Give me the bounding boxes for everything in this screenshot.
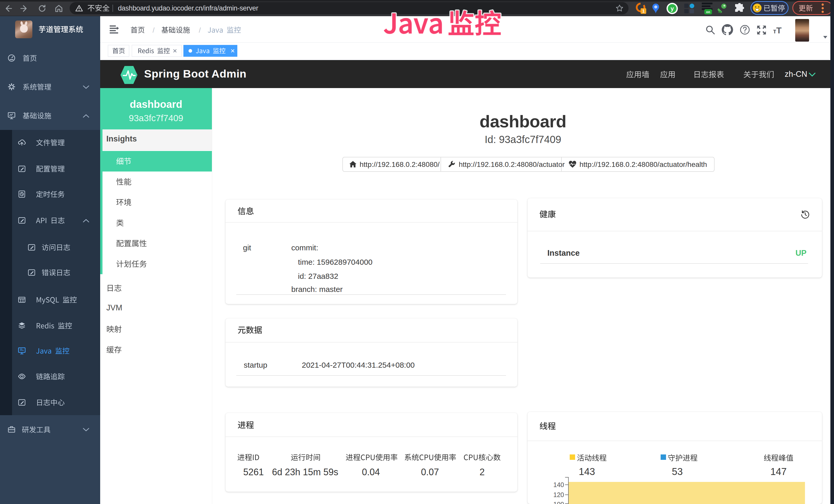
svg-text:1: 1 [642,9,644,14]
svg-text:y: y [671,5,674,12]
svg-text:on: on [706,10,710,14]
